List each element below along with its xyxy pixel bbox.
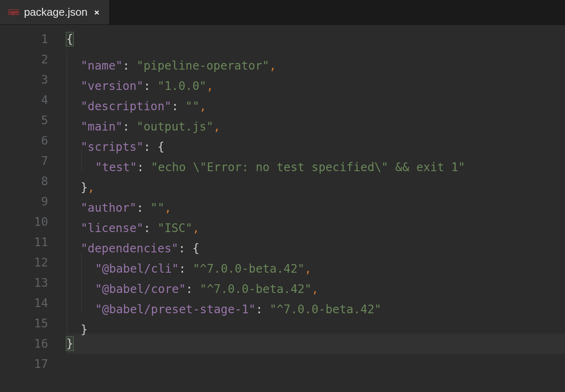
line-number: 17 bbox=[0, 354, 48, 374]
code-line[interactable]: { bbox=[66, 29, 565, 49]
tab-bar: npm package.json × bbox=[0, 0, 565, 25]
token-punc: } bbox=[81, 323, 88, 336]
tab-title: package.json bbox=[24, 6, 87, 19]
token-brace: } bbox=[66, 337, 73, 351]
token-key: "@babel/preset-stage-1" bbox=[95, 302, 256, 316]
code-line[interactable]: "name": "pipeline-operator", bbox=[66, 49, 565, 70]
code-line[interactable]: "test": "echo \"Error: no test specified… bbox=[66, 151, 565, 171]
code-line[interactable]: } bbox=[66, 334, 565, 354]
token-str: "echo \"Error: no test specified\" && ex… bbox=[151, 160, 465, 174]
line-number: 7 bbox=[0, 151, 48, 171]
line-number: 13 bbox=[0, 273, 48, 293]
token-key: "test" bbox=[95, 160, 137, 174]
line-number: 5 bbox=[0, 110, 48, 131]
code-line[interactable]: "version": "1.0.0", bbox=[66, 70, 565, 90]
tab-package-json[interactable]: npm package.json × bbox=[0, 0, 110, 24]
line-number: 14 bbox=[0, 293, 48, 313]
code-line[interactable]: "author": "", bbox=[66, 191, 565, 212]
line-number: 8 bbox=[0, 171, 48, 191]
npm-icon: npm bbox=[8, 10, 19, 15]
code-line[interactable]: "description": "", bbox=[66, 90, 565, 110]
line-number: 12 bbox=[0, 252, 48, 273]
code-line[interactable] bbox=[66, 354, 565, 374]
line-number: 1 bbox=[0, 29, 48, 49]
line-number: 4 bbox=[0, 90, 48, 110]
token-colon: : bbox=[256, 302, 270, 316]
token-comma: , bbox=[213, 120, 220, 133]
token-colon: : bbox=[137, 160, 151, 174]
token-str: "^7.0.0-beta.42" bbox=[270, 302, 381, 316]
code-line[interactable]: "scripts": { bbox=[66, 131, 565, 151]
editor: 1234567891011121314151617 { "name": "pip… bbox=[0, 25, 565, 392]
code-area[interactable]: { "name": "pipeline-operator", "version"… bbox=[58, 25, 565, 392]
line-number: 16 bbox=[0, 334, 48, 354]
code-line[interactable]: "dependencies": { bbox=[66, 232, 565, 252]
line-number: 9 bbox=[0, 191, 48, 212]
line-number: 3 bbox=[0, 70, 48, 90]
code-line[interactable]: } bbox=[66, 313, 565, 334]
close-icon[interactable]: × bbox=[92, 7, 101, 17]
line-number: 6 bbox=[0, 131, 48, 151]
code-line[interactable]: "license": "ISC", bbox=[66, 212, 565, 232]
code-line[interactable]: "@babel/cli": "^7.0.0-beta.42", bbox=[66, 252, 565, 273]
code-line[interactable]: "@babel/preset-stage-1": "^7.0.0-beta.42… bbox=[66, 293, 565, 313]
line-number: 15 bbox=[0, 313, 48, 334]
line-number: 10 bbox=[0, 212, 48, 232]
line-number-gutter: 1234567891011121314151617 bbox=[0, 25, 58, 392]
line-number: 11 bbox=[0, 232, 48, 252]
code-line[interactable]: }, bbox=[66, 171, 565, 191]
line-number: 2 bbox=[0, 49, 48, 70]
token-comma: , bbox=[269, 59, 276, 73]
token-comma: , bbox=[206, 79, 213, 93]
code-line[interactable]: "main": "output.js", bbox=[66, 110, 565, 131]
token-brace: { bbox=[66, 32, 73, 46]
code-line[interactable]: "@babel/core": "^7.0.0-beta.42", bbox=[66, 273, 565, 293]
